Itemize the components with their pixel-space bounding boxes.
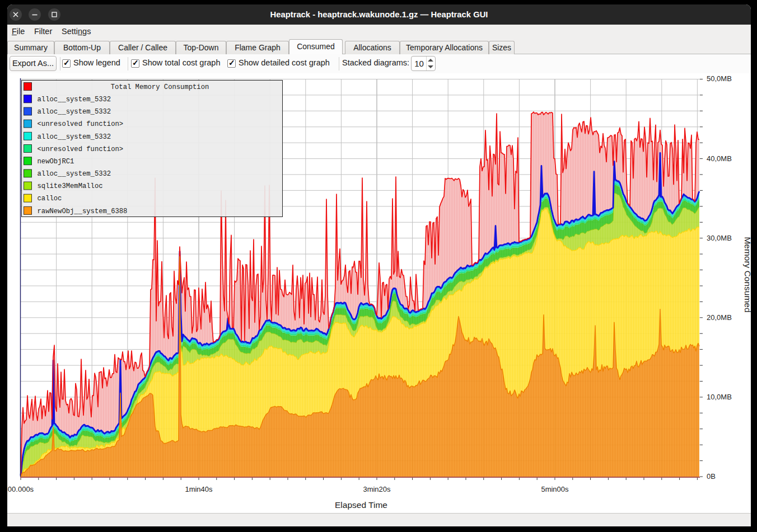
svg-text:1min40s: 1min40s bbox=[185, 485, 213, 493]
svg-text:40,0MB: 40,0MB bbox=[707, 154, 732, 163]
svg-text:00.000s: 00.000s bbox=[8, 485, 34, 493]
svg-text:alloc__system_5332: alloc__system_5332 bbox=[38, 133, 111, 141]
svg-text:10,0MB: 10,0MB bbox=[707, 393, 732, 401]
svg-text:calloc: calloc bbox=[38, 195, 62, 203]
svg-text:rawNewObj__system_6388: rawNewObj__system_6388 bbox=[38, 208, 128, 215]
svg-text:alloc__system_5332: alloc__system_5332 bbox=[38, 96, 111, 103]
svg-text:<unresolved function>: <unresolved function> bbox=[38, 145, 124, 153]
svg-text:20,0MB: 20,0MB bbox=[707, 313, 732, 322]
svg-text:Elapsed Time: Elapsed Time bbox=[335, 500, 387, 510]
svg-text:5min00s: 5min00s bbox=[541, 485, 569, 493]
svg-text:Total Memory Consumption: Total Memory Consumption bbox=[111, 83, 209, 91]
svg-text:newObjRC1: newObjRC1 bbox=[38, 158, 74, 166]
svg-text:50,0MB: 50,0MB bbox=[707, 74, 732, 83]
svg-text:30,0MB: 30,0MB bbox=[707, 234, 732, 242]
svg-text:sqlite3MemMalloc: sqlite3MemMalloc bbox=[38, 182, 103, 190]
svg-text:alloc__system_5332: alloc__system_5332 bbox=[38, 108, 111, 116]
svg-text:0B: 0B bbox=[707, 472, 716, 481]
svg-text:3min20s: 3min20s bbox=[363, 485, 391, 493]
svg-text:alloc__system_5332: alloc__system_5332 bbox=[38, 170, 111, 178]
svg-text:<unresolved function>: <unresolved function> bbox=[38, 120, 124, 128]
svg-text:Memory Consumed: Memory Consumed bbox=[743, 237, 753, 312]
